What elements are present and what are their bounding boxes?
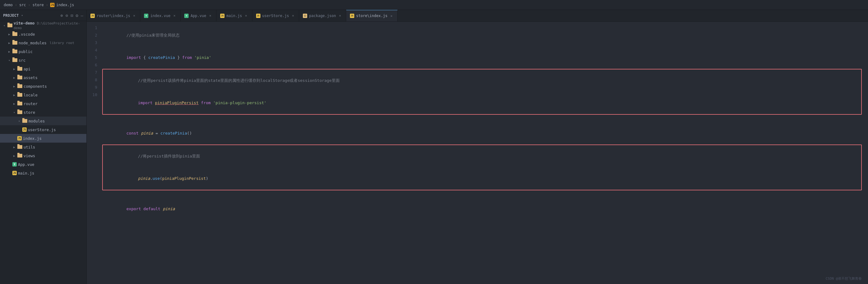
comment-3: //使用persist该插件将pinia里面的state里面的属性进行缓存到lo… <box>138 78 340 83</box>
breadcrumb: demo › src › store › JS index.js <box>4 3 74 7</box>
sidebar-item-utils[interactable]: ▶ utils <box>0 143 86 151</box>
views-chevron-icon: ▶ <box>12 154 16 158</box>
tab-indexvue-close[interactable]: ✕ <box>172 13 177 18</box>
sidebar-item-views[interactable]: ▶ views <box>0 151 86 160</box>
tab-router-icon: JS <box>90 13 95 18</box>
views-label: views <box>24 153 35 158</box>
tab-main-js[interactable]: JS main.js ✕ <box>216 10 252 21</box>
api-folder-icon <box>17 67 22 71</box>
tab-storeindex-close[interactable]: ✕ <box>389 13 394 18</box>
sidebar-item-mainjs[interactable]: JS main.js <box>0 169 86 177</box>
tab-userstore-icon: JS <box>256 13 260 18</box>
sidebar-content: ▾ vite-demo D:\GiteeProject\vite-demo ▶ … <box>0 21 86 284</box>
code-line-1: //使用pinia来管理全局状态 <box>102 24 862 47</box>
breadcrumb-file: index.js <box>56 3 74 7</box>
tab-userstore-close[interactable]: ✕ <box>291 13 295 18</box>
tab-index-vue[interactable]: V index.vue ✕ <box>140 10 181 21</box>
src-label: src <box>19 58 26 63</box>
tab-packagejson-label: package.json <box>309 13 336 18</box>
editor-area: JS router\index.js ✕ V index.vue ✕ V App… <box>87 10 868 284</box>
sidebar-item-router[interactable]: ▶ router <box>0 99 86 108</box>
redbox-block-2: //将persist插件放到pinia里面 pinia.use(piniaPlu… <box>102 144 862 190</box>
sidebar: Project ▾ ⊕ ⊜ ⊟ ⚙ — ▾ vite-demo D:\Gitee… <box>0 10 87 284</box>
vscode-folder-icon <box>12 32 17 36</box>
sidebar-item-indexjs[interactable]: JS index.js <box>0 134 86 143</box>
watermark: CSDN @谁不想飞舞青春 <box>826 276 862 281</box>
vscode-label: .vscode <box>19 32 35 36</box>
main-layout: Project ▾ ⊕ ⊜ ⊟ ⚙ — ▾ vite-demo D:\Gitee… <box>0 10 868 284</box>
components-label: components <box>24 84 47 89</box>
kw-import-4: import <box>138 101 153 105</box>
sidebar-item-locale[interactable]: ▶ locale <box>0 90 86 99</box>
str-persist-4: 'pinia-plugin-persist' <box>213 101 266 105</box>
tab-mainjs-close[interactable]: ✕ <box>244 13 248 18</box>
tab-router-close[interactable]: ✕ <box>132 13 136 18</box>
sidebar-item-components[interactable]: ▶ components <box>0 82 86 90</box>
sidebar-header-actions: ⊕ ⊜ ⊟ ⚙ — <box>60 13 83 18</box>
public-folder-icon <box>12 50 17 53</box>
minimize-icon[interactable]: — <box>81 13 83 18</box>
sidebar-item-node-modules[interactable]: ▶ node_modules library root <box>0 38 86 47</box>
sidebar-item-modules[interactable]: ▾ modules <box>0 117 86 125</box>
brace-open-2: { <box>144 55 146 60</box>
new-folder-icon[interactable]: ⊜ <box>65 13 68 18</box>
sidebar-item-store[interactable]: ▾ store <box>0 108 86 117</box>
store-folder-icon <box>17 110 22 114</box>
sidebar-item-userstore[interactable]: JS userStore.js <box>0 125 86 134</box>
tab-app-vue[interactable]: V App.vue ✕ <box>181 10 216 21</box>
modules-label: modules <box>29 119 45 123</box>
project-label: Project <box>3 13 19 18</box>
tab-indexvue-label: index.vue <box>150 13 170 18</box>
collapse-icon[interactable]: ⊟ <box>71 13 73 18</box>
new-file-icon[interactable]: ⊕ <box>60 13 63 18</box>
tab-package-json[interactable]: {} package.json ✕ <box>299 10 346 21</box>
sidebar-item-vscode[interactable]: ▶ .vscode <box>0 30 86 38</box>
assets-chevron-icon: ▶ <box>12 76 16 79</box>
root-chevron-icon: ▾ <box>2 24 6 27</box>
parens-6: () <box>187 131 192 136</box>
code-line-10: export default pinia <box>102 198 862 220</box>
code-line-7: //将persist插件放到pinia里面 <box>104 145 860 167</box>
code-line-9 <box>102 190 862 198</box>
public-chevron-icon: ▶ <box>7 50 11 53</box>
tab-appvue-close[interactable]: ✕ <box>208 13 212 18</box>
assets-folder-icon <box>17 76 22 79</box>
from-2: from <box>182 55 192 60</box>
sidebar-item-assets[interactable]: ▶ assets <box>0 73 86 82</box>
sidebar-item-public[interactable]: ▶ public <box>0 47 86 56</box>
node-modules-label: node_modules <box>19 40 46 45</box>
node-modules-chevron-icon: ▶ <box>7 41 11 45</box>
comment-1: //使用pinia来管理全局状态 <box>126 33 180 37</box>
assets-label: assets <box>24 75 37 80</box>
sidebar-item-root[interactable]: ▾ vite-demo D:\GiteeProject\vite-demo <box>0 21 86 30</box>
sidebar-header-title: Project ▾ <box>3 13 24 18</box>
userstore-label: userStore.js <box>28 127 56 132</box>
tab-appvue-label: App.vue <box>190 13 206 18</box>
tab-storeindex-label: store\index.js <box>356 13 388 18</box>
tab-userstore-js[interactable]: JS userStore.js ✕ <box>252 10 300 21</box>
project-chevron-icon[interactable]: ▾ <box>21 13 24 17</box>
tab-store-index[interactable]: JS store\index.js ✕ <box>346 10 398 21</box>
sidebar-item-src[interactable]: ▾ src <box>0 56 86 64</box>
kw-const-6: const <box>126 131 138 136</box>
redbox-block-1: //使用persist该插件将pinia里面的state里面的属性进行缓存到lo… <box>102 69 862 115</box>
dot-8: . <box>150 176 153 181</box>
tab-indexvue-icon: V <box>144 13 148 18</box>
settings-icon[interactable]: ⚙ <box>75 13 78 18</box>
mainjs-label: main.js <box>18 171 34 175</box>
redbox-border-1: //使用persist该插件将pinia里面的state里面的属性进行缓存到lo… <box>102 69 862 115</box>
tab-storeindex-icon: JS <box>350 13 354 18</box>
sep2: › <box>28 3 30 7</box>
code-content: //使用pinia来管理全局状态 import { createPinia } … <box>102 24 868 282</box>
sidebar-item-api[interactable]: ▶ api <box>0 64 86 73</box>
from-4: from <box>201 101 211 105</box>
sidebar-item-appvue[interactable]: V App.vue <box>0 160 86 169</box>
utils-chevron-icon: ▶ <box>12 145 16 149</box>
code-editor[interactable]: 1 2 3 4 5 6 7 8 9 10 //使用pinia来管理全局状态 im… <box>87 22 868 284</box>
api-label: api <box>24 67 31 71</box>
kw-default-10: default <box>144 206 160 211</box>
code-line-2: import { createPinia } from 'pinia' <box>102 47 862 69</box>
tab-packagejson-close[interactable]: ✕ <box>338 13 342 18</box>
tab-router-index[interactable]: JS router\index.js ✕ <box>87 10 140 21</box>
tab-mainjs-label: main.js <box>226 13 242 18</box>
